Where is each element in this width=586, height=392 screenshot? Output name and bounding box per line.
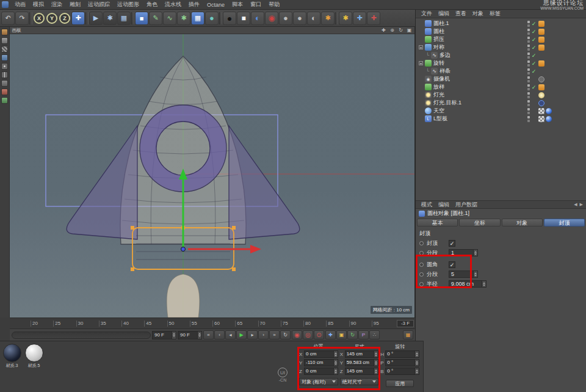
panel-menu-item[interactable]: 对象 [469,10,487,18]
enable-check-icon[interactable] [530,53,537,59]
panel-menu-item[interactable]: 模式 [418,201,435,209]
autokey-button[interactable]: ◎ [303,330,313,339]
expander-icon[interactable] [419,108,424,114]
menu-item[interactable]: 帮助 [265,1,283,9]
panel-menu-item[interactable]: 文件 [418,10,435,18]
object-label[interactable]: 圆柱 [433,27,444,35]
object-row[interactable]: 放样 [416,83,586,91]
octane-live-viewer-button[interactable]: ■ [237,12,250,25]
x-axis-arrowhead[interactable] [250,245,261,253]
spinner-icon[interactable] [172,332,176,339]
spinner-icon[interactable] [333,360,338,366]
frame-start-field[interactable]: 90 F [152,331,176,339]
texture-mode-button[interactable] [1,46,8,53]
lock-y-button[interactable]: Y [46,13,57,24]
spinner-icon[interactable] [414,351,419,357]
points-mode-button[interactable] [1,63,8,70]
timeline-ruler[interactable]: 20253035404550556065707580859095 -3 F [10,318,415,328]
record-parameter-toggle[interactable]: P [358,330,369,339]
object-label[interactable]: 灯光.目标.1 [433,99,461,107]
attribute-tab[interactable]: 对象 [502,219,543,227]
spinner-icon[interactable] [473,271,477,277]
timeline-range-slider[interactable] [12,332,151,339]
expander-icon[interactable] [419,21,424,26]
pan-view-icon[interactable]: ✚ [380,27,387,33]
octane-record-button[interactable]: ◉ [265,12,278,25]
object-row[interactable]: L型板 [416,115,586,123]
rotate-view-icon[interactable]: ↻ [397,27,404,33]
attribute-field[interactable]: 9.008 cm [449,280,487,288]
object-row[interactable]: 灯光.目标.1 [416,99,586,107]
render-settings-button[interactable]: ▦ [117,12,131,25]
expander-icon[interactable] [419,61,423,65]
origin-dot[interactable] [181,247,186,252]
object-row[interactable]: 对称 [416,43,586,51]
octane-ball-button[interactable]: ● [223,12,236,25]
goto-end-button[interactable]: » [269,330,280,339]
viewport-body[interactable]: 网格间距 : 10 cm [10,34,414,318]
keyframe-dot[interactable] [419,282,424,286]
menu-item[interactable]: 流水线 [161,1,185,9]
enable-check-icon[interactable] [530,37,537,43]
viewport-canvas[interactable] [10,34,414,318]
viewport-solo-button[interactable] [1,97,8,104]
render-to-picture-button[interactable]: ✱ [103,12,117,25]
attribute-checkbox[interactable]: ✓ [449,261,455,268]
tag-icon[interactable] [538,108,544,114]
visibility-dots-icon[interactable] [527,100,530,107]
size-mode-dropdown[interactable]: 绝对尺寸 [340,378,379,385]
tag-icon[interactable] [538,37,544,43]
menu-item[interactable]: 角色 [143,1,161,9]
expander-icon[interactable] [419,76,424,82]
expander-icon[interactable] [419,92,424,98]
prev-key-button[interactable]: ‹ [214,330,225,339]
keyframe-dot[interactable] [419,241,424,245]
material-thumbnail[interactable] [25,344,43,362]
panel-menu-item[interactable]: 标签 [487,10,504,18]
tag-icon[interactable] [538,84,544,90]
octane-material-3-button[interactable]: ◐ [307,12,320,25]
spinner-icon[interactable] [333,368,338,374]
object-label[interactable]: 样条 [440,67,450,75]
menu-item[interactable]: 渲染 [48,1,66,9]
nav-back-icon[interactable]: ◀ [574,202,577,207]
record-selection-button[interactable]: ⊙ [314,330,324,339]
prev-frame-button[interactable]: ◂ [225,330,236,339]
tag-icon[interactable] [538,100,544,106]
record-pla-toggle[interactable]: ∴ [369,330,380,339]
record-rotation-toggle[interactable]: ↻ [347,330,358,339]
next-frame-button[interactable]: ▸ [247,330,258,339]
workplane-mode-button[interactable] [1,54,8,61]
object-label[interactable]: 天空 [433,107,444,115]
keyframe-dot[interactable] [419,263,424,267]
visibility-dots-icon[interactable] [527,107,530,115]
attribute-tab[interactable]: 坐标 [459,219,500,227]
size-z-field[interactable]: 145 cm [345,368,379,375]
next-key-button[interactable]: › [258,330,269,339]
object-row[interactable]: 圆柱 [416,27,586,35]
goto-start-button[interactable]: « [203,330,214,339]
expander-icon[interactable] [419,84,424,90]
menu-item[interactable]: 窗口 [247,1,265,9]
rocket-foot[interactable] [167,274,200,318]
position-x-field[interactable]: 0 cm [304,350,338,358]
visibility-dots-icon[interactable] [527,76,530,83]
object-label[interactable]: 摄像机 [433,75,450,83]
rotation-b-field[interactable]: 0 ° [385,368,419,375]
expander-icon[interactable] [425,53,430,58]
viewport-title[interactable]: 画板 [12,27,21,34]
octane-material-1-button[interactable]: ● [279,12,292,25]
attribute-field[interactable]: 5 [449,270,478,278]
object-row[interactable]: 多边 [416,51,586,59]
menu-item[interactable]: 动画 [11,1,29,9]
object-row[interactable]: 圆柱.1 [416,20,586,27]
model-mode-button[interactable] [1,37,8,44]
polygons-mode-button[interactable] [1,80,8,87]
record-position-toggle[interactable]: ✚ [325,330,336,339]
hud-grid-icon[interactable]: ▦ [403,330,413,339]
enable-check-icon[interactable] [530,45,537,51]
expander-icon[interactable] [425,68,430,74]
expander-icon[interactable] [419,29,424,34]
keyframe-dot[interactable] [419,251,424,255]
keyframe-dot[interactable] [419,272,424,277]
